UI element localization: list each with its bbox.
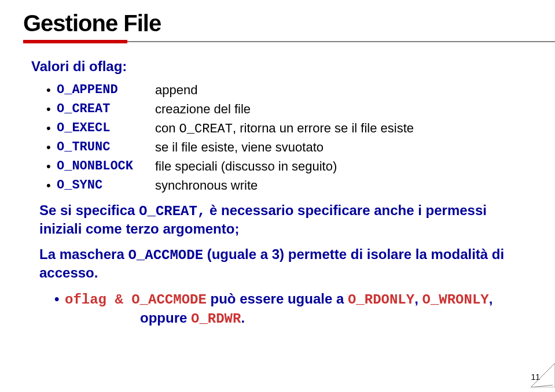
last-item: oflag & O_ACCMODE può essere uguale a O_… (54, 290, 532, 328)
paragraph: Se si specifica O_CREAT, è necessario sp… (39, 202, 532, 238)
flag-name: O_EXECL (57, 121, 155, 136)
flag-desc: append (155, 83, 197, 98)
flag-item: O_APPEND append (46, 83, 532, 98)
title-rule (23, 40, 532, 43)
flag-item: O_SYNC synchronous write (46, 178, 532, 194)
svg-line-2 (531, 385, 553, 387)
flag-name: O_SYNC (57, 178, 155, 194)
flag-name: O_CREAT (57, 102, 155, 117)
page-title: Gestione File (23, 10, 532, 36)
content: Valori di oflag: O_APPEND append O_CREAT… (31, 58, 532, 328)
flag-desc: creazione del file (155, 102, 251, 117)
flag-item: O_CREAT creazione del file (46, 102, 532, 117)
section-heading: Valori di oflag: (31, 58, 532, 75)
flag-list: O_APPEND append O_CREAT creazione del fi… (46, 83, 532, 194)
paragraph: La maschera O_ACCMODE (uguale a 3) perme… (39, 246, 532, 282)
flag-desc: synchronous write (155, 178, 258, 194)
flag-desc: file speciali (discusso in seguito) (155, 159, 337, 175)
flag-desc: se il file esiste, viene svuotato (155, 140, 324, 156)
flag-name: O_NONBLOCK (57, 159, 155, 175)
flag-name: O_TRUNC (57, 140, 155, 156)
svg-line-1 (531, 363, 555, 387)
flag-item: O_NONBLOCK file speciali (discusso in se… (46, 159, 532, 175)
flag-item: O_TRUNC se il file esiste, viene svuotat… (46, 140, 532, 156)
flag-item: O_EXECL con O_CREAT, ritorna un errore s… (46, 121, 532, 136)
corner-fold-icon (528, 361, 555, 387)
flag-desc: con O_CREAT, ritorna un errore se il fil… (155, 121, 414, 136)
flag-name: O_APPEND (57, 83, 155, 98)
last-list: oflag & O_ACCMODE può essere uguale a O_… (54, 290, 532, 328)
slide: Gestione File Valori di oflag: O_APPEND … (0, 0, 555, 392)
